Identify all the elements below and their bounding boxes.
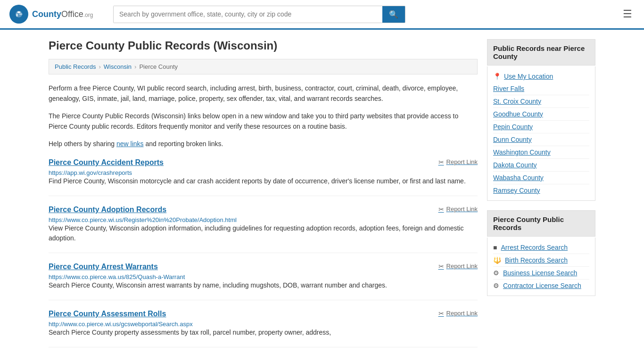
public-records-item-3[interactable]: ⚙ Contractor License Search bbox=[493, 280, 589, 292]
report-link-icon-1: ✂ bbox=[438, 206, 444, 213]
menu-button[interactable]: ☰ bbox=[620, 6, 635, 23]
page-title: Pierce County Public Records (Wisconsin) bbox=[49, 39, 478, 52]
record-title-link-2[interactable]: Pierce County Arrest Warrants bbox=[49, 263, 158, 271]
nearby-link-1[interactable]: St. Croix County bbox=[493, 95, 589, 108]
record-url-0[interactable]: https://app.wi.gov/crashreports bbox=[49, 169, 132, 176]
report-link-btn-1[interactable]: ✂ Report Link bbox=[426, 206, 478, 213]
public-records-links-container: ■ Arrest Records Search 🔱 Birth Records … bbox=[493, 241, 589, 292]
logo-text: CountyOffice.org bbox=[32, 9, 93, 19]
location-pin-icon: 📍 bbox=[493, 73, 501, 80]
breadcrumb-sep-1: › bbox=[99, 63, 100, 70]
nearby-section: Public Records near Pierce County 📍 Use … bbox=[487, 39, 595, 201]
record-title-row-0: Pierce County Accident Reports ✂ Report … bbox=[49, 158, 478, 167]
record-title-link-0[interactable]: Pierce County Accident Reports bbox=[49, 158, 164, 167]
report-link-btn-0[interactable]: ✂ Report Link bbox=[426, 158, 478, 166]
record-url-3[interactable]: http://www.co.pierce.wi.us/gcswebportal/… bbox=[49, 321, 193, 328]
search-button[interactable]: 🔍 bbox=[382, 6, 405, 23]
record-item: Pierce County Assessment Rolls ✂ Report … bbox=[49, 310, 478, 347]
sidebar: Public Records near Pierce County 📍 Use … bbox=[487, 39, 595, 357]
header: CountyOffice.org 🔍 ☰ bbox=[0, 0, 644, 30]
public-records-icon-1: 🔱 bbox=[493, 256, 501, 264]
nearby-link-0[interactable]: River Falls bbox=[493, 82, 589, 95]
public-records-title: Pierce County Public Records bbox=[487, 210, 595, 237]
public-records-label-0: Arrest Records Search bbox=[501, 244, 568, 251]
public-records-label-1: Birth Records Search bbox=[505, 256, 568, 264]
record-item: Pierce County Accident Reports ✂ Report … bbox=[49, 158, 478, 196]
description-2: The Pierce County Public Records (Wiscon… bbox=[49, 111, 478, 132]
nearby-link-4[interactable]: Dunn County bbox=[493, 133, 589, 146]
record-desc-3: Search Pierce County property assessment… bbox=[49, 328, 478, 337]
record-desc-2: Search Pierce County, Wisconsin arrest w… bbox=[49, 280, 478, 290]
record-title-link-3[interactable]: Pierce County Assessment Rolls bbox=[49, 310, 166, 318]
report-link-icon-2: ✂ bbox=[438, 263, 444, 270]
report-link-label-0: Report Link bbox=[446, 158, 478, 165]
public-records-icon-3: ⚙ bbox=[493, 282, 499, 289]
breadcrumb-sep-2: › bbox=[134, 63, 136, 70]
description-1: Perform a free Pierce County, WI public … bbox=[49, 83, 478, 104]
nearby-link-2[interactable]: Goodhue County bbox=[493, 108, 589, 121]
public-records-item-0[interactable]: ■ Arrest Records Search bbox=[493, 241, 589, 254]
public-records-content: ■ Arrest Records Search 🔱 Birth Records … bbox=[487, 238, 595, 296]
nearby-link-8[interactable]: Ramsey County bbox=[493, 184, 589, 197]
record-desc-1: View Pierce County, Wisconsin adoption i… bbox=[49, 223, 478, 243]
breadcrumb-current: Pierce County bbox=[139, 63, 178, 70]
record-title-row-2: Pierce County Arrest Warrants ✂ Report L… bbox=[49, 263, 478, 271]
breadcrumb-wisconsin[interactable]: Wisconsin bbox=[104, 63, 132, 70]
nearby-title: Public Records near Pierce County bbox=[487, 39, 595, 66]
record-title-row-1: Pierce County Adoption Records ✂ Report … bbox=[49, 206, 478, 214]
search-bar: 🔍 bbox=[113, 6, 405, 23]
public-records-icon-0: ■ bbox=[493, 244, 497, 251]
report-link-btn-3[interactable]: ✂ Report Link bbox=[426, 310, 478, 317]
report-link-label-2: Report Link bbox=[446, 263, 478, 270]
report-link-btn-2[interactable]: ✂ Report Link bbox=[426, 263, 478, 270]
use-my-location-item: 📍 Use My Location bbox=[493, 70, 589, 82]
report-link-label-3: Report Link bbox=[446, 310, 478, 317]
main-container: Pierce County Public Records (Wisconsin)… bbox=[39, 30, 605, 362]
record-title-link-1[interactable]: Pierce County Adoption Records bbox=[49, 206, 166, 214]
nearby-link-6[interactable]: Dakota County bbox=[493, 159, 589, 172]
record-item: Pierce County Arrest Warrants ✂ Report L… bbox=[49, 263, 478, 300]
public-records-item-2[interactable]: ⚙ Business License Search bbox=[493, 267, 589, 280]
use-my-location-link[interactable]: Use My Location bbox=[504, 73, 553, 80]
record-title-row-3: Pierce County Assessment Rolls ✂ Report … bbox=[49, 310, 478, 318]
nearby-link-7[interactable]: Wabasha County bbox=[493, 172, 589, 184]
public-records-label-3: Contractor License Search bbox=[503, 282, 581, 289]
description-3: Help others by sharing new links and rep… bbox=[49, 139, 478, 149]
content-area: Pierce County Public Records (Wisconsin)… bbox=[49, 39, 478, 357]
record-item: Pierce County Adoption Records ✂ Report … bbox=[49, 206, 478, 253]
report-link-label-1: Report Link bbox=[446, 206, 478, 213]
nearby-links-container: River FallsSt. Croix CountyGoodhue Count… bbox=[493, 82, 589, 197]
nearby-content: 📍 Use My Location River FallsSt. Croix C… bbox=[487, 66, 595, 201]
public-records-item-1[interactable]: 🔱 Birth Records Search bbox=[493, 254, 589, 267]
logo-icon bbox=[9, 5, 28, 24]
records-list: Pierce County Accident Reports ✂ Report … bbox=[49, 158, 478, 347]
search-input[interactable] bbox=[114, 6, 382, 23]
new-links-link[interactable]: new links bbox=[116, 140, 144, 148]
logo[interactable]: CountyOffice.org bbox=[9, 5, 104, 24]
record-desc-0: Find Pierce County, Wisconsin motorcycle… bbox=[49, 176, 478, 186]
public-records-section: Pierce County Public Records ■ Arrest Re… bbox=[487, 210, 595, 296]
public-records-icon-2: ⚙ bbox=[493, 269, 499, 277]
record-url-2[interactable]: https://www.co.pierce.wa.us/825/Quash-a-… bbox=[49, 273, 185, 280]
nearby-link-5[interactable]: Washington County bbox=[493, 146, 589, 159]
report-link-icon-0: ✂ bbox=[438, 158, 444, 166]
breadcrumb: Public Records › Wisconsin › Pierce Coun… bbox=[49, 59, 478, 74]
nearby-link-3[interactable]: Pepin County bbox=[493, 121, 589, 133]
record-url-1[interactable]: https://www.co.pierce.wi.us/Register%20i… bbox=[49, 216, 237, 223]
report-link-icon-3: ✂ bbox=[438, 310, 444, 317]
public-records-label-2: Business License Search bbox=[503, 269, 577, 277]
breadcrumb-public-records[interactable]: Public Records bbox=[55, 63, 96, 70]
